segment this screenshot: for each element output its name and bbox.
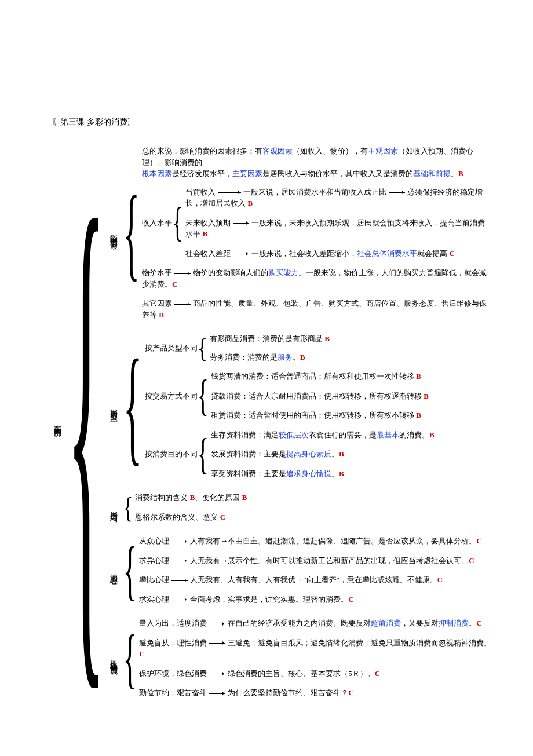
list-item: 发展资料消费：主要是提高身心素质。B [211, 448, 492, 460]
arrow-icon [209, 624, 225, 624]
arrow-icon [171, 561, 188, 561]
s2-label: 消费的类型 [108, 403, 123, 409]
list-item: 物价水平物价的变动影响人们的购买能力。一般来说，物价上涨，人们的购买力普遍降低，… [142, 267, 492, 290]
s1-label: 影响消费的因素 [108, 229, 123, 237]
list-item: 保护环境，绿色消费绿色消费的主旨、核心、基本要求（5Ｒ）。C [139, 668, 492, 680]
arrow-icon [233, 223, 249, 224]
arrow-icon [209, 674, 225, 674]
arrow-icon [174, 304, 191, 305]
group-label: 按产品类型不同 [145, 342, 198, 354]
arrow-icon [233, 254, 249, 254]
list-item: 租赁消费：适合暂时使用的商品；使用权转移，所有权不转移 B [211, 410, 492, 421]
root-label: 多彩的消费 [52, 419, 67, 425]
arrow-icon [171, 542, 188, 542]
arrow-icon [209, 643, 225, 644]
list-item: 当前收入一般来说，居民消费水平和当前收入成正比必须保持经济的稳定增长，增加居民收… [185, 187, 492, 209]
list-item: 避免盲从，理性消费三避免：避免盲目跟风；避免情绪化消费；避免只重物质消费而忽视精… [139, 637, 492, 660]
list-item: 钱货两清的消费：适合普通商品；所有权和使用权一次性转移 B [211, 371, 492, 382]
list-item: 劳务消费：消费的是服务。B [210, 352, 492, 363]
list-item: 有形商品消费：消费的是有形商品 B [210, 333, 492, 345]
list-item: 社会收入差距一般来说，社会收入差距缩小，社会总体消费水平就会提高 C [185, 248, 492, 260]
list-item: 求实心理全面考虑，实事求是，讲究实惠。理智的消费。C [139, 594, 492, 605]
group-label: 按交易方式不同 [145, 390, 198, 402]
lesson-title: 〖第三课 多彩的消费〗 [52, 116, 492, 128]
list-item: 生存资料消费：满足较低层次衣食住行的需要，是最基本的消费。B [211, 429, 492, 441]
arrow-icon [174, 273, 191, 274]
arrow-icon [218, 192, 241, 193]
arrow-icon [209, 693, 225, 694]
s5-label: 树立正确的消费观 [108, 653, 123, 663]
group-label: 按消费目的不同 [145, 448, 198, 460]
list-item: 未来收入预期一般来说，未来收入预期乐观，居民就会预支将来收入，提高当前消费水平 … [185, 217, 492, 240]
list-item: 恩格尔系数的含义、意义 C [135, 512, 492, 523]
list-item: 攀比心理人无我有、人有我有、人有我优→"向上看齐"，意在攀比或炫耀。不健康。C [139, 574, 492, 586]
income-label: 收入水平 [142, 217, 172, 229]
s4-label: 消费心理 [108, 568, 123, 572]
arrow-icon [389, 192, 405, 193]
list-item: 求异心理人无我有→展示个性。有时可以推动新工艺和新产品的出现，但应当考虑社会认可… [139, 555, 492, 567]
list-item: 享受资料消费：主要是追求身心愉悦。B [211, 468, 492, 480]
list-item: 从众心理人有我有→不由自主。追赶潮流、追赶偶像、追随广告。是否应该从众，要具体分… [139, 535, 492, 547]
s1-intro: 总的来说，影响消费的因素很多：有客观因素（如收入、物价），有主观因素（如收入预期… [142, 145, 492, 180]
list-item: 勤俭节约，艰苦奋斗为什么要坚持勤俭节约、艰苦奋斗？C [139, 687, 492, 699]
list-item: 消费结构的含义 B、变化的原因 B [135, 492, 492, 503]
s3-label: 消费结构 [108, 505, 123, 510]
list-item: 贷款消费：适合大宗耐用消费品；使用权转移，所有权逐渐转移 B [211, 390, 492, 402]
list-item: 其它因素商品的性能、质量、外观、包装、广告、购买方式、商店位置、服务态度、售后维… [142, 298, 492, 320]
list-item: 量入为出，适度消费在自己的经济承受能力之内消费。既要反对超前消费，又要反对抑制消… [139, 618, 492, 629]
arrow-icon [171, 600, 188, 600]
arrow-icon [171, 580, 188, 581]
